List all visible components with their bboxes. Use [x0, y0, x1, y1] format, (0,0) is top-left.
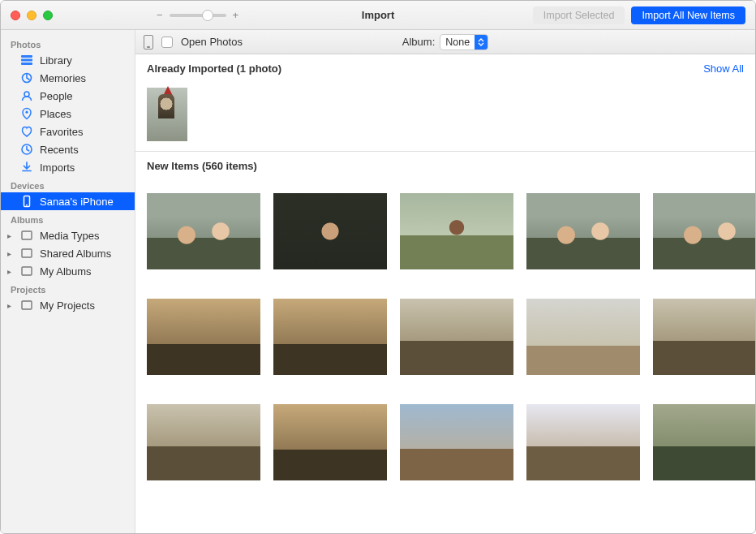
library-icon: [20, 54, 33, 67]
svg-rect-11: [22, 267, 32, 275]
sidebar-item-label: Favorites: [40, 126, 83, 138]
sidebar-item-label: Places: [40, 108, 71, 120]
sidebar-item-label: Media Types: [40, 230, 99, 242]
sidebar-item-memories[interactable]: Memories: [1, 69, 135, 87]
sidebar-group-label: Photos: [1, 35, 135, 51]
import-toolbar: Open Photos Album: None: [135, 30, 755, 54]
content-area: Open Photos Album: None Already Imported…: [135, 30, 755, 533]
photo-thumbnail[interactable]: [526, 299, 640, 375]
titlebar: − + Import Import Selected Import All Ne…: [1, 1, 755, 30]
show-all-link[interactable]: Show All: [703, 62, 744, 75]
photo-thumbnail[interactable]: [147, 299, 260, 375]
album-icon: [20, 265, 33, 278]
chevron-right-icon[interactable]: ▸: [7, 267, 11, 276]
sidebar-item-favorites[interactable]: Favorites: [1, 123, 135, 140]
close-icon[interactable]: [11, 11, 20, 20]
svg-rect-0: [21, 55, 32, 58]
photo-thumbnail[interactable]: [526, 404, 640, 480]
photo-thumbnail[interactable]: [653, 404, 755, 480]
svg-rect-1: [21, 59, 32, 62]
photo-thumbnail[interactable]: [653, 193, 755, 269]
fullscreen-icon[interactable]: [43, 11, 53, 20]
sidebar-item-my-projects[interactable]: ▸My Projects: [1, 296, 135, 314]
phone-icon: [20, 195, 33, 208]
sidebar-item-media-types[interactable]: ▸Media Types: [1, 226, 135, 244]
device-icon: [144, 35, 153, 50]
sidebar-item-label: My Projects: [40, 299, 95, 312]
sidebar-item-shared-albums[interactable]: ▸Shared Albums: [1, 244, 135, 262]
photo-thumbnail[interactable]: [147, 88, 187, 141]
album-icon: [20, 299, 33, 312]
minimize-icon[interactable]: [27, 11, 37, 20]
svg-rect-9: [22, 231, 32, 239]
slider-track[interactable]: [170, 14, 226, 17]
sidebar-item-library[interactable]: Library: [1, 51, 135, 69]
album-select-value: None: [440, 37, 475, 48]
photo-thumbnail[interactable]: [273, 404, 387, 480]
recents-icon: [20, 143, 33, 156]
people-icon: [20, 89, 33, 102]
photo-thumbnail[interactable]: [147, 404, 260, 480]
sidebar-item-recents[interactable]: Recents: [1, 140, 135, 158]
chevron-updown-icon: [475, 35, 488, 50]
sidebar-item-my-albums[interactable]: ▸My Albums: [1, 262, 135, 280]
svg-rect-10: [22, 249, 32, 257]
photo-thumbnail[interactable]: [653, 299, 755, 375]
sidebar-group-label: Projects: [1, 280, 135, 296]
photo-thumbnail[interactable]: [147, 193, 260, 269]
svg-rect-12: [22, 301, 32, 309]
svg-rect-2: [21, 62, 32, 65]
photo-thumbnail[interactable]: [273, 193, 387, 269]
zoom-in-icon[interactable]: +: [233, 9, 239, 21]
already-imported-heading: Already Imported (1 photo): [147, 62, 281, 75]
svg-point-5: [25, 111, 28, 114]
photo-thumbnail[interactable]: [526, 193, 640, 269]
sidebar-item-label: Library: [40, 54, 72, 67]
window-controls: [1, 11, 53, 20]
chevron-right-icon[interactable]: ▸: [7, 249, 11, 258]
album-icon: [20, 229, 33, 242]
sidebar: PhotosLibraryMemoriesPeoplePlacesFavorit…: [1, 30, 135, 533]
memories-icon: [20, 71, 33, 84]
thumbnail-zoom-slider[interactable]: − +: [157, 9, 238, 21]
album-icon: [20, 247, 33, 260]
chevron-right-icon[interactable]: ▸: [7, 301, 11, 310]
sidebar-item-places[interactable]: Places: [1, 105, 135, 123]
new-items-grid: [135, 179, 755, 492]
favorites-icon: [20, 125, 33, 138]
sidebar-item-label: Imports: [40, 161, 75, 174]
open-photos-checkbox[interactable]: [161, 37, 173, 48]
open-photos-label: Open Photos: [181, 36, 243, 48]
sidebar-item-sanaa-s-iphone[interactable]: Sanaa's iPhone: [1, 192, 135, 210]
sidebar-item-label: Shared Albums: [40, 248, 111, 260]
new-items-heading: New Items (560 items): [147, 160, 257, 172]
svg-point-8: [26, 205, 28, 206]
import-all-button[interactable]: Import All New Items: [631, 6, 745, 24]
sidebar-item-imports[interactable]: Imports: [1, 158, 135, 176]
sidebar-item-label: Sanaa's iPhone: [40, 196, 114, 208]
sidebar-item-label: People: [40, 90, 72, 102]
photo-thumbnail[interactable]: [400, 299, 513, 375]
photo-thumbnail[interactable]: [400, 193, 513, 269]
import-selected-button: Import Selected: [533, 6, 625, 24]
photo-thumbnail[interactable]: [400, 404, 513, 480]
chevron-right-icon[interactable]: ▸: [7, 231, 11, 240]
zoom-out-icon[interactable]: −: [157, 9, 163, 21]
sidebar-group-label: Devices: [1, 176, 135, 192]
slider-thumb[interactable]: [202, 10, 213, 21]
svg-point-4: [24, 92, 29, 97]
sidebar-group-label: Albums: [1, 210, 135, 226]
album-select-label: Album:: [402, 36, 435, 48]
imports-icon: [20, 161, 33, 174]
sidebar-item-label: My Albums: [40, 265, 92, 278]
album-select[interactable]: None: [440, 34, 488, 50]
sidebar-item-label: Memories: [40, 72, 86, 84]
already-imported-grid: [135, 81, 755, 144]
places-icon: [20, 107, 33, 120]
sidebar-item-people[interactable]: People: [1, 87, 135, 105]
sidebar-item-label: Recents: [40, 144, 79, 156]
photo-thumbnail[interactable]: [273, 299, 387, 375]
